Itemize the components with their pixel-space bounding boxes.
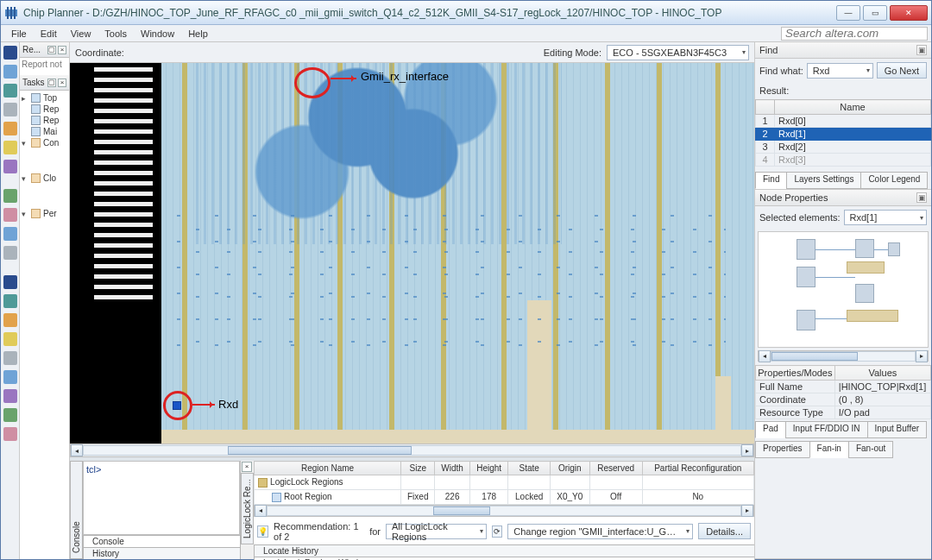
tab-layers[interactable]: Layers Settings (786, 172, 861, 189)
maximize-button[interactable]: ▭ (863, 5, 887, 21)
tool-icon[interactable] (3, 122, 17, 135)
tree-item[interactable]: ▾Con (22, 137, 67, 148)
go-next-button[interactable]: Go Next (877, 62, 927, 79)
tool-icon[interactable] (3, 65, 17, 79)
close-icon[interactable]: × (58, 46, 66, 54)
tasks-pane-header[interactable]: Tasks ▢× (20, 75, 69, 91)
report-note: Report not (22, 60, 67, 69)
close-icon[interactable]: ▣ (916, 192, 927, 203)
menu-file[interactable]: File (4, 27, 34, 41)
vertical-toolbar (1, 42, 20, 559)
tree-item[interactable]: ▾Per (22, 208, 67, 219)
property-grid[interactable]: Properties/ModesValues Full Name|HINOC_T… (755, 365, 931, 419)
table-row[interactable]: 4Rxd[3] (756, 154, 931, 167)
tool-icon[interactable] (3, 189, 17, 203)
tool-icon[interactable] (3, 208, 17, 222)
logiclock-table[interactable]: Region Name Size Width Height State Orig… (254, 461, 754, 505)
rec-scope-combo[interactable]: All LogicLock Regions (386, 524, 487, 539)
search-input[interactable] (781, 27, 928, 41)
table-row[interactable]: 1Rxd[0] (756, 115, 931, 128)
tree-item[interactable]: ▾Clo (22, 173, 67, 184)
chip-canvas[interactable]: Gmii_rx_interface Rxd ◂ ▸ (70, 63, 754, 457)
tool-icon[interactable] (3, 275, 17, 289)
canvas-hscroll[interactable]: ◂ ▸ (70, 444, 754, 457)
menu-bar: File Edit View Tools Window Help (1, 25, 931, 42)
tool-icon[interactable] (3, 141, 17, 154)
tree-item[interactable]: Rep (22, 104, 67, 115)
window-titlebar: Chip Planner - D:/GZH/HINOC_TOP_June_RF_… (1, 1, 931, 25)
editing-mode-combo[interactable]: ECO - 5SGXEABN3F45C3 (607, 45, 749, 60)
diagram-hscroll[interactable]: ◂▸ (758, 350, 929, 362)
menu-edit[interactable]: Edit (34, 27, 64, 41)
canvas-header: Coordinate: Editing Mode: ECO - 5SGXEABN… (70, 42, 754, 63)
editing-mode-label: Editing Mode: (544, 47, 601, 58)
tree-item[interactable]: ▸Top (22, 92, 67, 104)
rec-action-combo[interactable]: Change region "GMII_interface:U_GMII_int… (507, 524, 693, 539)
menu-window[interactable]: Window (134, 27, 181, 41)
tool-icon[interactable] (3, 246, 17, 260)
tab-properties[interactable]: Properties (755, 441, 810, 458)
scroll-right-button[interactable]: ▸ (741, 444, 753, 456)
details-button[interactable]: Details... (698, 523, 751, 539)
console-body[interactable]: tcl> (83, 461, 240, 535)
console-prompt: tcl> (86, 464, 101, 475)
menu-view[interactable]: View (64, 27, 98, 41)
find-what-combo[interactable]: Rxd (807, 63, 873, 79)
logiclock-vertical-tab[interactable]: LogicLock Re... (241, 473, 254, 544)
close-icon[interactable]: × (242, 462, 252, 472)
close-button[interactable]: ✕ (890, 5, 928, 21)
reports-pane-header[interactable]: Re... ▢× (20, 42, 69, 58)
minimize-button[interactable]: — (836, 5, 860, 21)
tool-icon[interactable] (3, 389, 17, 403)
tab-fanin[interactable]: Fan-in (809, 441, 849, 458)
tool-icon[interactable] (3, 227, 17, 241)
right-panel: Find ▣ Find what: Rxd Go Next Result: Na… (754, 42, 931, 559)
svg-rect-3 (14, 7, 16, 19)
tree-item[interactable]: Mai (22, 126, 67, 137)
node-diagram[interactable] (758, 231, 929, 348)
table-row[interactable]: Root Region Fixed 226 178 Locked X0_Y0 O… (255, 489, 754, 504)
tool-icon[interactable] (3, 408, 17, 422)
table-row[interactable]: 2Rxd[1] (756, 128, 931, 141)
tool-icon[interactable] (3, 332, 17, 346)
tab-inputbuf[interactable]: Input Buffer (867, 421, 928, 438)
find-section-title: Find ▣ (755, 42, 931, 59)
scroll-left-button[interactable]: ◂ (71, 444, 83, 456)
console-vertical-tab[interactable]: Console (70, 461, 83, 559)
pin-icon[interactable]: ▢ (47, 79, 56, 87)
tool-icon[interactable] (3, 370, 17, 384)
tab-console[interactable]: Console (83, 535, 241, 547)
tool-icon[interactable] (3, 351, 17, 365)
tool-icon[interactable] (3, 427, 17, 441)
close-icon[interactable]: ▣ (916, 45, 927, 55)
table-row[interactable]: 3Rxd[2] (756, 141, 931, 154)
annotation-label: Rxd (218, 398, 238, 411)
tool-icon[interactable] (3, 294, 17, 308)
logiclock-hscroll[interactable]: ◂▸ (254, 505, 754, 517)
tool-icon[interactable] (3, 160, 17, 173)
tree-item[interactable]: Rep (22, 115, 67, 126)
tab-pad[interactable]: Pad (755, 421, 786, 438)
coord-label: Coordinate: (75, 47, 124, 58)
annotation-arrow (192, 404, 215, 406)
menu-tools[interactable]: Tools (98, 27, 134, 41)
selected-elements-combo[interactable]: Rxd[1] (844, 210, 927, 225)
result-table[interactable]: Name 1Rxd[0] 2Rxd[1] 3Rxd[2] 4Rxd[3] (755, 99, 931, 167)
refresh-icon[interactable]: ⟳ (492, 525, 503, 538)
tool-icon[interactable] (3, 103, 17, 116)
tab-history[interactable]: History (83, 547, 241, 559)
tab-logiclock[interactable]: LogicLock Regions Window (254, 557, 755, 560)
menu-help[interactable]: Help (181, 27, 215, 41)
tab-color-legend[interactable]: Color Legend (860, 172, 928, 189)
tab-find[interactable]: Find (755, 172, 787, 189)
tool-icon[interactable] (3, 313, 17, 327)
tab-locate-history[interactable]: Locate History (254, 544, 755, 557)
tool-icon[interactable] (3, 84, 17, 98)
tab-fanout[interactable]: Fan-out (848, 441, 893, 458)
table-row[interactable]: LogicLock Regions (255, 475, 754, 490)
tab-inputff[interactable]: Input FF/DDIO IN (785, 421, 868, 438)
tool-icon[interactable] (3, 46, 17, 60)
pin-icon[interactable]: ▢ (47, 46, 56, 54)
close-icon[interactable]: × (58, 79, 66, 87)
console-tabstrip: Console History (83, 535, 240, 559)
